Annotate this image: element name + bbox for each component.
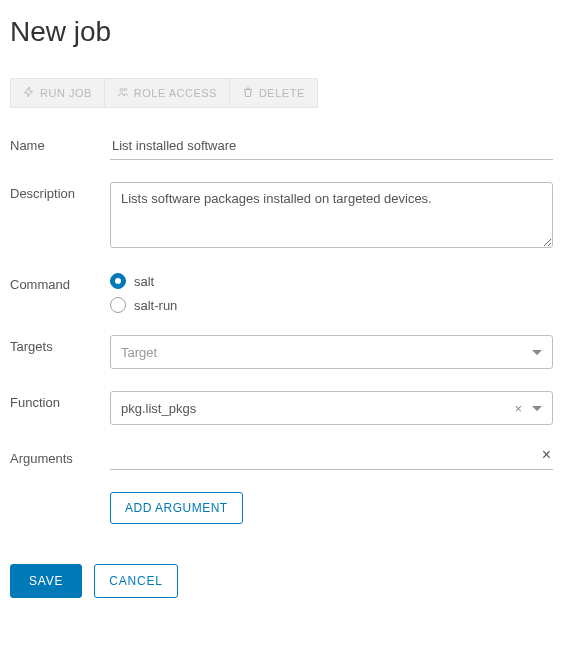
chevron-down-icon bbox=[532, 406, 542, 411]
delete-button[interactable]: DELETE bbox=[230, 78, 318, 108]
add-argument-button[interactable]: ADD ARGUMENT bbox=[110, 492, 243, 524]
remove-argument-icon[interactable]: × bbox=[542, 447, 551, 463]
footer-actions: SAVE CANCEL bbox=[10, 564, 553, 598]
function-select[interactable]: pkg.list_pkgs × bbox=[110, 391, 553, 425]
description-textarea[interactable]: Lists software packages installed on tar… bbox=[110, 182, 553, 248]
function-value: pkg.list_pkgs bbox=[121, 401, 196, 416]
run-job-button[interactable]: RUN JOB bbox=[10, 78, 105, 108]
trash-icon bbox=[242, 86, 254, 100]
save-button[interactable]: SAVE bbox=[10, 564, 82, 598]
run-icon bbox=[23, 86, 35, 100]
function-label: Function bbox=[10, 391, 110, 410]
radio-label: salt bbox=[134, 274, 154, 289]
cancel-button[interactable]: CANCEL bbox=[94, 564, 177, 598]
command-label: Command bbox=[10, 273, 110, 292]
targets-label: Targets bbox=[10, 335, 110, 354]
chevron-down-icon bbox=[532, 350, 542, 355]
role-access-button[interactable]: ROLE ACCESS bbox=[105, 78, 230, 108]
role-access-label: ROLE ACCESS bbox=[134, 87, 217, 99]
radio-icon bbox=[110, 273, 126, 289]
arguments-label: Arguments bbox=[10, 447, 110, 466]
argument-row[interactable]: × bbox=[110, 447, 553, 470]
targets-placeholder: Target bbox=[121, 345, 157, 360]
run-job-label: RUN JOB bbox=[40, 87, 92, 99]
command-option-salt-run[interactable]: salt-run bbox=[110, 297, 553, 313]
command-radio-group: salt salt-run bbox=[110, 273, 553, 313]
delete-label: DELETE bbox=[259, 87, 305, 99]
targets-select[interactable]: Target bbox=[110, 335, 553, 369]
action-toolbar: RUN JOB ROLE ACCESS DELETE bbox=[10, 78, 553, 108]
name-input[interactable] bbox=[110, 134, 553, 160]
svg-point-0 bbox=[120, 89, 123, 92]
name-label: Name bbox=[10, 134, 110, 153]
description-label: Description bbox=[10, 182, 110, 201]
radio-label: salt-run bbox=[134, 298, 177, 313]
radio-icon bbox=[110, 297, 126, 313]
svg-point-1 bbox=[124, 88, 127, 91]
command-option-salt[interactable]: salt bbox=[110, 273, 553, 289]
clear-function-icon[interactable]: × bbox=[514, 402, 522, 415]
roles-icon bbox=[117, 86, 129, 100]
page-title: New job bbox=[10, 16, 553, 48]
